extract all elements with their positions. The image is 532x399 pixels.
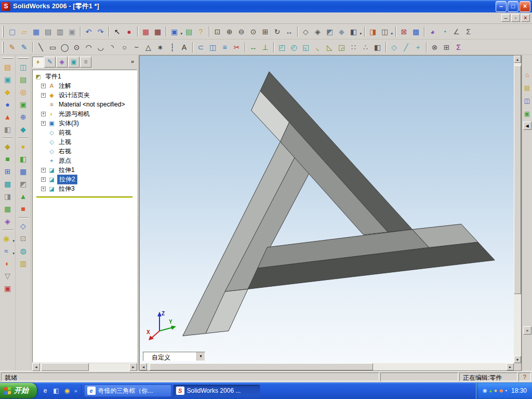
- tree-root-item[interactable]: ◩ 零件1: [34, 72, 137, 81]
- tree-item[interactable]: + ◪ 拉伸3: [34, 184, 137, 193]
- print-preview-icon[interactable]: ▥: [54, 25, 66, 37]
- measure-icon[interactable]: ∠: [450, 25, 462, 37]
- tree-item[interactable]: + ◐ 光源与相机: [34, 109, 137, 118]
- tray-icon[interactable]: ●: [494, 388, 497, 393]
- toolbar-icon[interactable]: [362, 25, 367, 37]
- feature-icon[interactable]: ▤: [2, 61, 14, 73]
- cut-extrude-icon[interactable]: ◱: [300, 41, 312, 53]
- feature-icon[interactable]: ▣: [2, 73, 14, 86]
- tree-item[interactable]: + ▣ 实体(3): [34, 118, 137, 128]
- toolbar-icon[interactable]: [30, 41, 35, 53]
- task-pane-expand-button[interactable]: ◀: [523, 122, 531, 130]
- plane-icon[interactable]: ◇: [388, 41, 400, 53]
- add-relation-icon[interactable]: ⊥: [259, 41, 271, 53]
- feature-icon[interactable]: ⊡: [17, 232, 30, 245]
- tab-dimxpert[interactable]: ▣: [68, 57, 79, 68]
- feature-icon[interactable]: ▦: [17, 165, 30, 178]
- media-quicklaunch-icon[interactable]: ◉: [62, 386, 72, 395]
- tab-featuremanager[interactable]: ♦: [32, 57, 44, 68]
- feature-icon[interactable]: [2, 136, 14, 140]
- feature-icon[interactable]: ▽: [2, 270, 14, 282]
- zoom-out-icon[interactable]: ⊖: [235, 25, 247, 37]
- feature-icon[interactable]: ▲: [17, 190, 30, 203]
- tree-item[interactable]: + ◆ 设计活页夹: [34, 90, 137, 100]
- task-pane-expand-lower-button[interactable]: «: [523, 326, 531, 335]
- toolbar-grip[interactable]: [18, 57, 29, 59]
- tab-propertymanager[interactable]: ✎: [44, 57, 56, 68]
- feature-icon[interactable]: ⊕: [17, 111, 30, 123]
- feature-icon[interactable]: ●: [17, 140, 30, 153]
- fillet-icon[interactable]: ◟: [312, 41, 324, 53]
- feature-icon[interactable]: ◧: [2, 123, 14, 136]
- line-icon[interactable]: ╲: [35, 41, 47, 53]
- menu-item[interactable]: [68, 17, 76, 20]
- feature-icon[interactable]: ◍: [17, 245, 30, 257]
- standard-views-icon[interactable]: ⊠: [398, 25, 410, 37]
- tray-icon[interactable]: ▪: [505, 388, 507, 393]
- print-icon[interactable]: ▤: [42, 25, 54, 37]
- feature-icon[interactable]: ◩: [17, 178, 30, 190]
- feature-icon[interactable]: ▩: [2, 178, 14, 190]
- feature-icon[interactable]: ◐: [2, 257, 14, 270]
- feature-icon[interactable]: ◉: [0, 232, 12, 245]
- expander-icon[interactable]: +: [41, 177, 46, 182]
- toolbar-icon[interactable]: [295, 25, 300, 37]
- quicklaunch-overflow-icon[interactable]: »: [73, 388, 77, 394]
- mdi-minimize-button[interactable]: –: [501, 14, 510, 22]
- toolbar-grip[interactable]: [2, 26, 4, 37]
- scroll-up-button[interactable]: ▲: [514, 56, 521, 63]
- polygon-icon[interactable]: △: [142, 41, 154, 53]
- select-point-icon[interactable]: ●: [123, 25, 135, 37]
- spline-icon[interactable]: ~: [130, 41, 142, 53]
- tree-item[interactable]: + ◪ 拉伸2: [34, 175, 137, 184]
- viewport-canvas[interactable]: Z Y X 自定义 ▾: [140, 56, 514, 363]
- menu-item[interactable]: [1, 17, 9, 20]
- zoom-area-icon[interactable]: ⊡: [211, 25, 223, 37]
- feature-icon[interactable]: ◇: [17, 220, 30, 232]
- text-icon[interactable]: A: [178, 41, 190, 53]
- menu-item[interactable]: [18, 17, 26, 20]
- feature-icon[interactable]: ●: [2, 98, 14, 111]
- viewport-horizontal-scrollbar[interactable]: ◄ ►: [140, 363, 514, 370]
- feature-icon[interactable]: ◧: [17, 153, 30, 165]
- perimeter-circle-icon[interactable]: ⊙: [71, 41, 83, 53]
- palette-icon[interactable]: ▣: [523, 109, 532, 119]
- mdi-close-button[interactable]: ×: [521, 14, 530, 22]
- section-view-icon[interactable]: ◨: [367, 25, 379, 37]
- view-orientation-icon[interactable]: ▣: [168, 25, 180, 37]
- curvature-icon[interactable]: ◕: [427, 25, 438, 37]
- feature-icon[interactable]: ◫: [17, 61, 30, 73]
- toolbar-icon[interactable]: [243, 41, 247, 53]
- tray-icon[interactable]: ◉: [483, 388, 487, 393]
- menu-item[interactable]: [43, 17, 51, 20]
- cosmos-grid-icon[interactable]: ▦: [140, 25, 152, 37]
- tree-item[interactable]: + A 注解: [34, 81, 137, 90]
- open-icon[interactable]: ▱: [18, 25, 30, 37]
- circle-icon[interactable]: ◯: [59, 41, 71, 53]
- feature-icon[interactable]: ▲: [2, 111, 14, 123]
- centerline-icon[interactable]: ┆: [166, 41, 178, 53]
- feature-icon[interactable]: ■: [17, 203, 30, 215]
- dimension-icon[interactable]: ↔: [247, 41, 259, 53]
- toolbar-icon[interactable]: [422, 25, 427, 37]
- close-button[interactable]: ×: [520, 1, 530, 12]
- scroll-right-button[interactable]: ►: [129, 363, 137, 371]
- menu-item[interactable]: [59, 17, 68, 20]
- feature-icon[interactable]: ◆: [2, 140, 14, 153]
- revolve-icon[interactable]: ◴: [288, 41, 300, 53]
- sketch-icon[interactable]: ✎: [6, 41, 18, 53]
- mirror-entities-icon[interactable]: ◫: [207, 41, 219, 53]
- zoom-fit-icon[interactable]: ⊙: [247, 25, 259, 37]
- copy-icon[interactable]: ▣: [66, 25, 78, 37]
- feature-icon[interactable]: ≈: [0, 245, 12, 257]
- tab-configurations[interactable]: ◈: [56, 57, 68, 68]
- help-icon[interactable]: ?: [195, 25, 207, 37]
- coordinate-system-icon[interactable]: +: [412, 41, 424, 53]
- tree-item[interactable]: ◇ 上视: [34, 137, 137, 147]
- scroll-thumb[interactable]: [41, 363, 89, 371]
- expander-icon[interactable]: +: [41, 121, 46, 126]
- centerpoint-arc-icon[interactable]: ◠: [83, 41, 95, 53]
- start-button[interactable]: 开始: [0, 383, 37, 398]
- shaded-edges-icon[interactable]: ◩: [324, 25, 336, 37]
- feature-icon[interactable]: [17, 136, 30, 140]
